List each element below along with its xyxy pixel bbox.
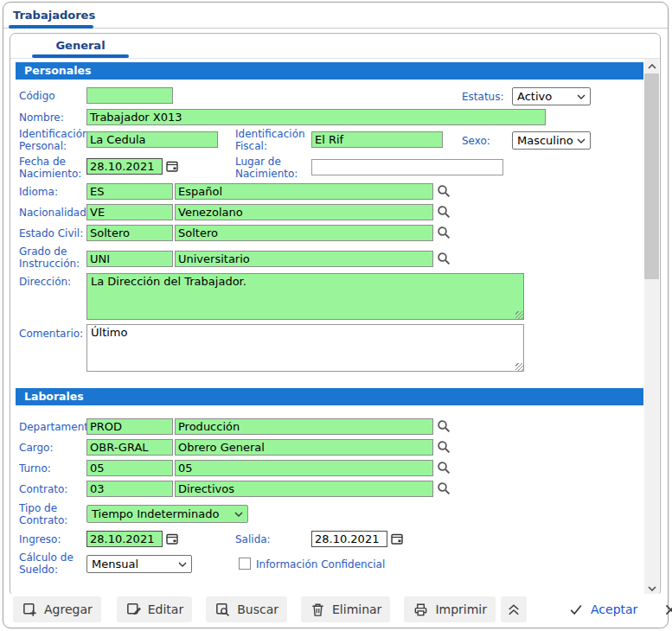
vertical-scrollbar [644,59,659,596]
salida-calendar-icon[interactable] [390,532,404,545]
tipo-contrato-label: Tipo de Contrato: [19,502,86,527]
window-tabstrip: Trabajadores [3,3,668,29]
agregar-button[interactable]: Agregar [13,596,101,622]
confidencial-checkbox[interactable] [239,558,251,570]
salida-label: Salida: [235,533,311,545]
direccion-label: Dirección: [19,276,86,288]
cancelar-button[interactable]: Cancelar [663,596,672,622]
departamento-lookup-icon[interactable] [437,419,451,433]
tab-general[interactable]: General [32,39,129,52]
grado-instruccion-lookup-icon[interactable] [437,252,451,265]
turno-code-input[interactable] [86,460,173,476]
estado-civil-lookup-icon[interactable] [437,226,451,239]
comentario-textarea[interactable]: Último [86,324,524,372]
cargo-code-input[interactable] [86,439,173,456]
departamento-desc-input[interactable] [175,418,433,435]
fecha-nacimiento-input[interactable] [86,158,163,175]
estado-civil-code-input[interactable] [86,225,173,241]
comentario-resize-grip[interactable] [515,363,524,372]
sexo-select-value: Masculino [517,134,573,147]
identificacion-fiscal-label: Identificación Fiscal: [235,128,311,153]
idioma-lookup-icon[interactable] [437,184,451,198]
estatus-label: Estatus: [462,91,510,103]
direccion-textarea[interactable]: La Dirección del Trabajador. [86,273,524,320]
estado-civil-desc-input[interactable] [175,225,433,241]
printer-icon [413,602,429,618]
trash-icon [310,602,326,618]
grado-instruccion-code-input[interactable] [86,251,173,267]
form-scroll-area: Personales Código Estatus: Activo Nombre… [11,59,647,596]
imprimir-label: Imprimir [435,602,487,616]
estatus-select-value: Activo [517,90,552,103]
turno-lookup-icon[interactable] [437,461,451,475]
aceptar-button[interactable]: Aceptar [568,596,637,622]
tipo-contrato-select-value: Tiempo Indeterminado [92,507,219,520]
scrollbar-thumb[interactable] [644,73,659,279]
grado-instruccion-desc-input[interactable] [175,251,433,267]
salida-input[interactable] [311,531,387,547]
identificacion-personal-input[interactable] [86,131,218,148]
imprimir-button[interactable]: Imprimir [404,596,496,622]
tabstrip-divider [3,28,668,29]
check-icon [568,602,584,617]
lugar-nacimiento-input[interactable] [311,159,503,175]
tab-trabajadores[interactable]: Trabajadores [13,9,95,22]
idioma-desc-input[interactable] [175,183,433,200]
ingreso-input[interactable] [86,531,163,547]
edit-icon [125,602,142,618]
confidencial-label: Información Confidencial [256,558,420,570]
chevron-down-icon [234,512,243,517]
nacionalidad-label: Nacionalidad: [19,207,86,219]
chevron-down-icon [577,94,586,99]
general-panel: General Personales Código Estatus: Activ… [10,33,661,596]
search-icon [214,602,231,618]
estado-civil-label: Estado Civil: [19,227,86,239]
cargo-desc-input[interactable] [175,439,433,456]
idioma-code-input[interactable] [86,183,173,200]
nacionalidad-code-input[interactable] [86,204,173,220]
fecha-nacimiento-label: Fecha de Nacimiento: [19,156,86,181]
close-icon [663,602,672,617]
nombre-input[interactable] [86,109,546,125]
section-header-personales: Personales [16,62,643,80]
cargo-lookup-icon[interactable] [437,440,451,454]
calculo-sueldo-select[interactable]: Mensual [86,555,192,573]
idioma-label: Idioma: [19,186,86,198]
turno-desc-input[interactable] [175,460,433,476]
collapse-toolbar-button[interactable] [501,596,527,622]
scroll-up-arrow[interactable] [644,59,659,73]
sexo-label: Sexo: [462,135,510,147]
editar-button[interactable]: Editar [117,596,192,622]
chevron-down-icon [178,562,187,567]
sexo-select[interactable]: Masculino [512,131,591,150]
departamento-label: Departamento: [19,421,86,433]
identificacion-personal-label: Identificación Personal: [19,128,86,153]
eliminar-label: Eliminar [332,602,381,616]
identificacion-fiscal-input[interactable] [311,131,443,148]
fecha-nacimiento-calendar-icon[interactable] [165,159,179,173]
add-record-icon [22,602,38,618]
bottom-toolbar: Agregar Editar Buscar Eliminar Imprimir … [4,594,667,625]
buscar-button[interactable]: Buscar [206,596,287,622]
tab-trabajadores-underline [9,25,93,29]
codigo-input[interactable] [86,87,173,104]
tipo-contrato-select[interactable]: Tiempo Indeterminado [86,505,248,523]
direccion-resize-grip[interactable] [515,311,524,320]
eliminar-button[interactable]: Eliminar [301,596,390,622]
contrato-desc-input[interactable] [175,481,433,497]
codigo-label: Código [19,90,86,102]
estatus-select[interactable]: Activo [512,87,591,105]
lugar-nacimiento-label: Lugar de Nacimiento: [235,156,311,181]
contrato-lookup-icon[interactable] [437,481,451,495]
nombre-label: Nombre: [19,112,86,124]
chevrons-up-icon [505,602,522,618]
nacionalidad-lookup-icon[interactable] [437,205,451,219]
cargo-label: Cargo: [19,442,86,454]
buscar-label: Buscar [237,602,278,616]
nacionalidad-desc-input[interactable] [175,204,433,220]
calculo-sueldo-select-value: Mensual [92,558,138,570]
chevron-down-icon [577,138,586,143]
ingreso-calendar-icon[interactable] [165,532,179,545]
departamento-code-input[interactable] [86,418,173,435]
contrato-code-input[interactable] [86,481,173,497]
